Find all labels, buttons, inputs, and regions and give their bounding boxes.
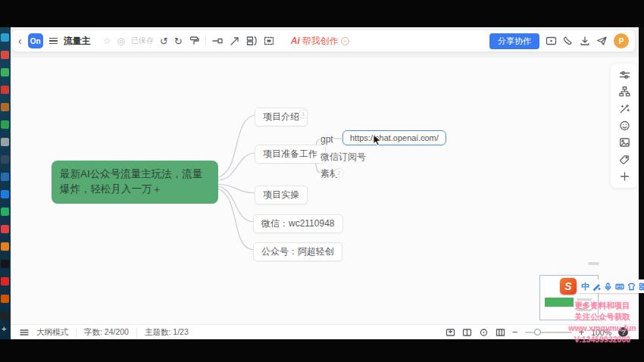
user-avatar[interactable]: P <box>614 33 629 48</box>
phone-icon[interactable] <box>563 36 574 46</box>
share-collab-button[interactable]: 分享协作 <box>489 33 539 49</box>
tag-icon[interactable] <box>619 154 630 165</box>
select-frame-icon[interactable] <box>264 36 274 46</box>
taskbar-app-icon[interactable] <box>1 155 9 164</box>
taskbar-app-icon[interactable] <box>1 277 9 286</box>
menu-icon[interactable] <box>49 36 58 46</box>
saved-status-icon: ◎ <box>117 36 124 46</box>
structure-icon[interactable] <box>619 86 630 97</box>
zoom-level[interactable]: 100% <box>591 328 611 337</box>
branch-node-wechat[interactable]: 微信：wc2110948 <box>253 214 343 233</box>
add-sibling-hint[interactable]: + <box>422 133 427 142</box>
right-tool-sidebar <box>611 64 638 188</box>
image-icon[interactable] <box>619 137 630 148</box>
widget-green-bar <box>545 298 574 307</box>
layout-structure-icon[interactable] <box>246 36 258 46</box>
taskbar-app-icon[interactable] <box>1 225 9 233</box>
taskbar-app-icon[interactable] <box>1 120 9 129</box>
taskbar-app-icon[interactable] <box>1 295 9 303</box>
skin-icon[interactable] <box>627 282 636 291</box>
taskbar-app-icon[interactable] <box>1 51 9 59</box>
taskbar-app-icon[interactable] <box>1 242 9 251</box>
overlay-drag-handle <box>588 262 599 265</box>
child-node-url-selected[interactable]: https://chat.openai.com/ <box>342 130 446 145</box>
branch-node-preparation[interactable]: 项目准备工作 <box>255 145 326 164</box>
split-view-icon[interactable] <box>462 328 472 337</box>
ai-label-prefix: Ai <box>291 36 300 46</box>
locate-center-icon[interactable] <box>479 328 489 337</box>
zoom-slider[interactable] <box>525 332 572 333</box>
outline-mode-icon[interactable] <box>20 329 29 336</box>
mouse-cursor <box>373 134 383 146</box>
zoom-in-button[interactable]: + <box>579 326 585 338</box>
taskbar-app-icon[interactable] <box>1 138 9 146</box>
sogou-ime-logo[interactable]: S <box>560 278 577 295</box>
back-button[interactable]: ‹ <box>18 36 22 46</box>
branch-node-practice[interactable]: 项目实操 <box>255 186 308 204</box>
pen-sparkle-icon[interactable] <box>592 282 601 291</box>
taskbar-app-icon[interactable] <box>1 33 9 42</box>
collapsed-count-badge[interactable]: 2 <box>334 168 344 178</box>
redo-button[interactable]: ↻ <box>174 36 183 47</box>
taskbar-app-icon[interactable] <box>1 173 9 181</box>
magic-wand-icon[interactable] <box>619 104 630 114</box>
top-letterbox <box>0 0 644 27</box>
ai-create-button[interactable]: Ai 帮我创作 − <box>291 35 349 48</box>
child-node-subscription[interactable]: 微信订阅号 <box>320 151 366 164</box>
help-button[interactable]: ? <box>618 327 628 337</box>
taskbar-app-icon[interactable] <box>1 190 9 198</box>
taskbar-app-icon[interactable] <box>1 312 9 320</box>
ime-toolbar: 中 <box>578 279 644 293</box>
send-icon[interactable] <box>596 36 608 46</box>
status-bar: 大纲模式 字数: 24/200 主题数: 1/23 − + 100% ? <box>11 324 639 339</box>
format-painter-icon[interactable] <box>189 36 199 46</box>
favorite-star-icon[interactable]: ☆ <box>103 36 111 46</box>
connector-arrow-icon[interactable] <box>230 36 240 46</box>
taskbar-plus-icon[interactable]: + <box>2 324 6 333</box>
relation-line-icon[interactable] <box>212 36 224 46</box>
taskbar-app-icon[interactable] <box>1 260 9 268</box>
taskbar-app-icon[interactable] <box>1 103 9 111</box>
download-icon[interactable] <box>580 36 590 46</box>
zoom-slider-knob[interactable] <box>534 329 541 335</box>
emoji-icon[interactable] <box>619 120 630 131</box>
taskbar-app-icon[interactable] <box>1 208 9 216</box>
keyboard-icon[interactable] <box>615 282 624 291</box>
outline-mode-label[interactable]: 大纲模式 <box>36 327 68 338</box>
document-title[interactable]: 流量主 <box>64 35 91 48</box>
child-node-gpt[interactable]: gpt <box>320 134 333 145</box>
saved-status-label: 已保存 <box>131 36 154 46</box>
export-image-icon[interactable] <box>445 328 455 337</box>
taskbar-app-icon[interactable] <box>1 86 9 94</box>
presentation-icon[interactable] <box>546 36 557 46</box>
ai-label: 帮我创作 <box>302 35 339 48</box>
zoom-out-button[interactable]: − <box>512 326 518 338</box>
taskbar-app-icon[interactable] <box>1 68 9 76</box>
plus-icon[interactable] <box>619 171 630 182</box>
microphone-icon[interactable] <box>604 282 612 291</box>
root-topic-node[interactable]: 最新AI公众号流量主玩法，流量爆炸，轻松月入一万＋ <box>52 161 218 204</box>
desktop-taskbar-sliver: + <box>0 27 11 339</box>
bottom-letterbox <box>0 339 644 362</box>
processon-logo[interactable]: On <box>28 33 43 48</box>
tune-icon[interactable] <box>619 70 630 80</box>
ime-mode-chinese[interactable]: 中 <box>581 281 589 292</box>
top-toolbar: ‹ On 流量主 ☆ ◎ 已保存 ↺ ↻ Ai 帮我创作 − 分享协作 <box>12 30 635 51</box>
screen: + ‹ On 流量主 ☆ ◎ 已保存 ↺ ↻ Ai 帮我创作 − <box>0 0 644 362</box>
collapsed-count-badge[interactable]: 1 <box>299 109 308 119</box>
undo-button[interactable]: ↺ <box>160 36 168 47</box>
apps-grid-icon[interactable] <box>639 282 644 291</box>
topic-count: 主题数: 1/23 <box>145 327 189 338</box>
minimap-icon[interactable] <box>496 328 505 337</box>
branch-node-official-account[interactable]: 公众号：阿超轻创 <box>253 242 342 261</box>
ai-collapse-icon[interactable]: − <box>341 37 349 45</box>
word-count: 字数: 24/200 <box>84 327 129 338</box>
